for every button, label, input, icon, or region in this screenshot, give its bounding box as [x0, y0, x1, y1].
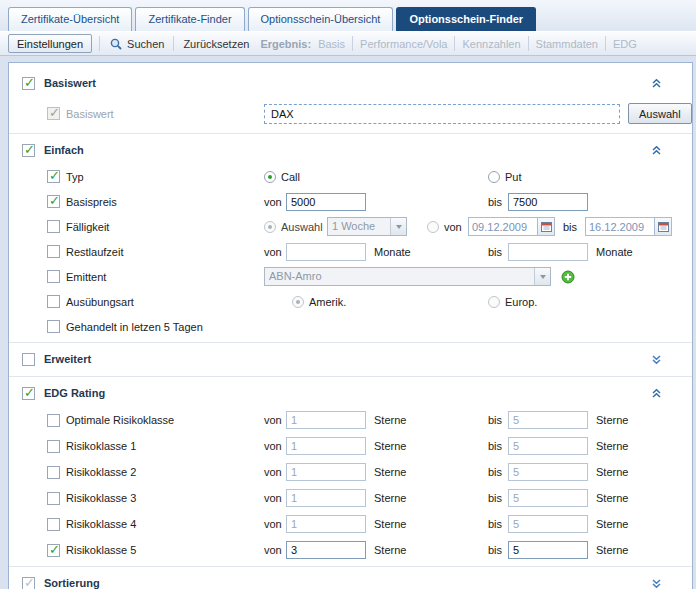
tab-zertifikate-uebersicht[interactable]: Zertifikate-Übersicht	[8, 7, 132, 31]
edg-bis-input	[508, 411, 588, 429]
tab-zertifikate-finder[interactable]: Zertifikate-Finder	[135, 7, 244, 31]
restlaufzeit-checkbox[interactable]	[47, 245, 60, 258]
basiswert-title: Basiswert	[44, 77, 96, 89]
risikoklasse-4-checkbox[interactable]	[47, 518, 60, 531]
sortierung-section-checkbox[interactable]	[22, 577, 35, 589]
add-emittent-icon[interactable]	[561, 270, 575, 284]
basispreis-von-input[interactable]	[286, 193, 366, 211]
put-label: Put	[505, 171, 522, 183]
ausuebungsart-checkbox[interactable]	[47, 295, 60, 308]
risikoklasse-1-checkbox[interactable]	[47, 440, 60, 453]
edg-bis-input[interactable]	[508, 541, 588, 559]
put-radio[interactable]	[488, 171, 500, 183]
faelligkeit-checkbox[interactable]	[47, 220, 60, 233]
restlaufzeit-row: Restlaufzeit von Monate bis Monate	[9, 239, 692, 264]
gehandelt-row: Gehandelt in letzen 5 Tagen	[9, 314, 692, 339]
collapse-up-icon[interactable]	[651, 145, 662, 156]
section-edg-rating: EDG Rating Optimale Risikoklasse von Ste…	[9, 377, 692, 567]
basiswert-input[interactable]	[264, 104, 620, 124]
result-tab-performance-vola: Performance/Vola	[360, 38, 447, 50]
restlaufzeit-von-input	[286, 243, 366, 261]
result-tab-stammdaten: Stammdaten	[536, 38, 598, 50]
sterne-label: Sterne	[596, 518, 628, 530]
edg-row-label: Risikoklasse 3	[66, 492, 136, 504]
einfach-header: Einfach	[9, 136, 692, 164]
faelligkeit-von-label: von	[444, 221, 468, 233]
edg-von-input[interactable]	[286, 541, 366, 559]
zuruecksetzen-button[interactable]: Zurücksetzen	[181, 36, 251, 52]
amerik-radio	[292, 296, 304, 308]
einstellungen-button[interactable]: Einstellungen	[8, 34, 92, 53]
faelligkeit-von-date-input	[468, 217, 538, 236]
sortierung-header: Sortierung	[9, 569, 692, 589]
call-radio[interactable]	[264, 171, 276, 183]
typ-row: Typ Call Put	[9, 164, 692, 189]
gehandelt-checkbox[interactable]	[47, 320, 60, 333]
toolbar-separator	[605, 36, 606, 51]
bis-label: bis	[488, 466, 508, 478]
sterne-label: Sterne	[374, 518, 488, 530]
edg-row-label: Risikoklasse 5	[66, 544, 136, 556]
result-tab-basis: Basis	[318, 38, 345, 50]
section-basiswert: Basiswert Basiswert Auswahl	[9, 67, 692, 134]
typ-label: Typ	[66, 171, 84, 183]
sterne-label: Sterne	[596, 492, 628, 504]
faelligkeit-period-dropdown: 1 Woche	[327, 217, 407, 236]
sterne-label: Sterne	[596, 544, 628, 556]
monate-label: Monate	[596, 246, 633, 258]
faelligkeit-von-date	[468, 217, 555, 236]
edg-row: Optimale Risikoklasse von Sterne bis Ste…	[9, 407, 692, 433]
sterne-label: Sterne	[374, 440, 488, 452]
edg-row: Risikoklasse 4 von Sterne bis Sterne	[9, 511, 692, 537]
basiswert-row: Basiswert Auswahl	[9, 97, 692, 130]
collapse-up-icon[interactable]	[651, 78, 662, 89]
bis-label: bis	[488, 492, 508, 504]
section-einfach: Einfach Typ Call Put Basispreis	[9, 134, 692, 343]
einfach-section-checkbox[interactable]	[22, 144, 35, 157]
auswahl-button[interactable]: Auswahl	[628, 103, 692, 124]
basiswert-header: Basiswert	[9, 69, 692, 97]
expand-down-icon[interactable]	[651, 578, 662, 589]
von-label: von	[264, 246, 286, 258]
edg-row: Risikoklasse 3 von Sterne bis Sterne	[9, 485, 692, 511]
basispreis-bis-input[interactable]	[508, 193, 588, 211]
monate-label: Monate	[374, 246, 488, 258]
toolbar-separator	[99, 36, 100, 51]
risikoklasse-2-checkbox[interactable]	[47, 466, 60, 479]
zuruecksetzen-label: Zurücksetzen	[183, 38, 249, 50]
basispreis-checkbox[interactable]	[47, 195, 60, 208]
faelligkeit-auswahl-radio	[264, 221, 276, 233]
europ-label: Europ.	[505, 296, 537, 308]
typ-checkbox[interactable]	[47, 170, 60, 183]
sortierung-title: Sortierung	[44, 577, 100, 589]
basispreis-label: Basispreis	[66, 196, 117, 208]
edg-section-checkbox[interactable]	[22, 387, 35, 400]
emittent-label: Emittent	[66, 271, 106, 283]
edg-row-label: Risikoklasse 1	[66, 440, 136, 452]
finder-panel: Basiswert Basiswert Auswahl Einfach	[8, 62, 693, 589]
sterne-label: Sterne	[374, 544, 488, 556]
basiswert-section-checkbox[interactable]	[22, 77, 35, 90]
faelligkeit-auswahl-label: Auswahl	[281, 221, 327, 233]
edg-row: Risikoklasse 5 von Sterne bis Sterne	[9, 537, 692, 563]
restlaufzeit-bis-input	[508, 243, 588, 261]
restlaufzeit-label: Restlaufzeit	[66, 246, 123, 258]
bis-label: bis	[488, 544, 508, 556]
tab-optionsschein-uebersicht[interactable]: Optionsschein-Übersicht	[248, 7, 394, 31]
result-tab-edg: EDG	[613, 38, 637, 50]
risikoklasse-3-checkbox[interactable]	[47, 492, 60, 505]
edg-von-input	[286, 411, 366, 429]
collapse-up-icon[interactable]	[651, 388, 662, 399]
risikoklasse-5-checkbox[interactable]	[47, 544, 60, 557]
emittent-checkbox[interactable]	[47, 270, 60, 283]
call-label: Call	[281, 171, 300, 183]
ausuebungsart-label: Ausübungsart	[66, 296, 134, 308]
tab-optionsschein-finder[interactable]: Optionsschein-Finder	[396, 7, 536, 31]
bis-label: bis	[488, 518, 508, 530]
erweitert-section-checkbox[interactable]	[22, 353, 35, 366]
optimale-risikoklasse-checkbox[interactable]	[47, 414, 60, 427]
expand-down-icon[interactable]	[651, 354, 662, 365]
emittent-row: Emittent ABN-Amro	[9, 264, 692, 289]
amerik-label: Amerik.	[309, 296, 346, 308]
suchen-button[interactable]: Suchen	[107, 35, 166, 53]
